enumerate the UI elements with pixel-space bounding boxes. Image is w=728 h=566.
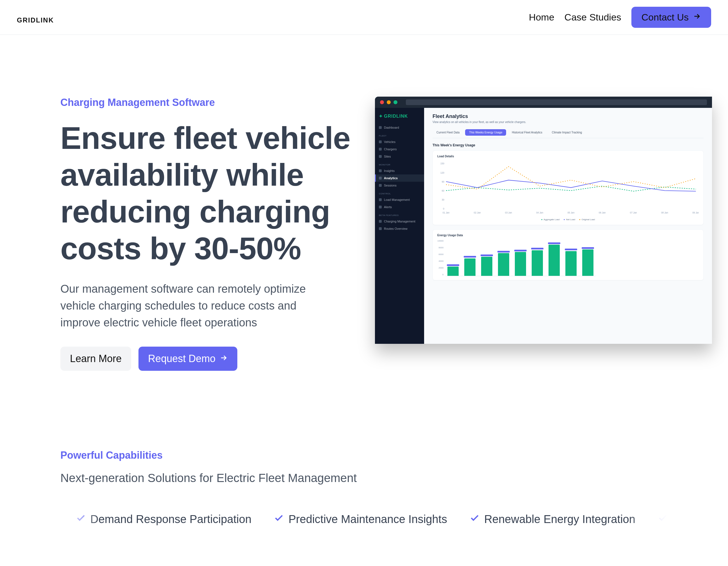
contact-us-label: Contact Us	[641, 12, 689, 23]
legend-net: Net Load	[564, 218, 575, 221]
sidebar-section-beta: BETA FEATURES	[375, 211, 424, 218]
capabilities-section: Powerful Capabilities Next-generation So…	[0, 371, 728, 554]
ticker-item: Deman	[658, 513, 668, 526]
svg-text:150: 150	[440, 162, 444, 165]
request-demo-button[interactable]: Request Demo	[138, 347, 237, 371]
svg-text:05 Jan: 05 Jan	[567, 212, 574, 214]
product-screenshot: ✦ GRIDLINK Dashboard FLEET Vehicles Char…	[375, 97, 728, 344]
load-details-chart: Load Details 030609012015001 Jan02 Jan03…	[433, 151, 704, 225]
hero-subtitle: Our management software can remotely opt…	[60, 280, 336, 331]
tab-historical[interactable]: Historical Fleet Analytics	[508, 129, 546, 136]
ticker-item: Renewable Energy Integration	[470, 513, 635, 526]
section-heading: This Week's Energy Usage	[433, 143, 704, 147]
primary-nav: Home Case Studies Contact Us	[529, 7, 711, 28]
sidebar-item-insights[interactable]: Insights	[375, 167, 424, 174]
bar-chart-svg	[445, 240, 596, 276]
svg-text:60: 60	[442, 190, 445, 192]
page-description: View analytics on all vehicles in your f…	[433, 121, 704, 124]
svg-text:03 Jan: 03 Jan	[505, 212, 512, 214]
chart-title: Energy Usage Data	[437, 234, 699, 237]
sidebar-item-load-management[interactable]: Load Management	[375, 196, 424, 203]
arrow-right-icon	[219, 353, 228, 365]
request-demo-label: Request Demo	[148, 353, 215, 365]
arrow-right-icon	[693, 12, 701, 23]
analytics-tabs: Current Fleet Data This Weeks Energy Usa…	[433, 129, 704, 138]
capabilities-eyebrow: Powerful Capabilities	[60, 449, 668, 461]
check-icon	[470, 513, 480, 526]
hero-eyebrow: Charging Management Software	[60, 97, 364, 108]
sidebar-section-control: CONTROL	[375, 189, 424, 196]
car-icon	[379, 140, 382, 143]
app-logo: ✦ GRIDLINK	[379, 113, 420, 119]
sidebar-item-chargers[interactable]: Chargers	[375, 146, 424, 153]
chart-legend: Aggregate Load Net Load Original Load	[437, 218, 699, 221]
chart-title: Load Details	[437, 155, 699, 158]
grid-icon	[379, 126, 382, 129]
nav-home[interactable]: Home	[529, 12, 554, 23]
chart-icon	[379, 177, 382, 179]
clock-icon	[379, 184, 382, 187]
route-icon	[379, 227, 382, 230]
brand-name: GRIDLINK	[17, 16, 54, 24]
svg-text:07 Jan: 07 Jan	[630, 212, 637, 214]
legend-aggregate: Aggregate Load	[541, 218, 560, 221]
tab-current-fleet[interactable]: Current Fleet Data	[433, 129, 463, 136]
tab-weeks-energy[interactable]: This Weeks Energy Usage	[465, 129, 506, 136]
sidebar-item-charging-management[interactable]: Charging Management	[375, 218, 424, 225]
bar-chart-yaxis: 1000080006000400020000	[437, 240, 445, 276]
tab-climate[interactable]: Climate Impact Tracking	[548, 129, 586, 136]
building-icon	[379, 155, 382, 158]
contact-us-button[interactable]: Contact Us	[631, 7, 711, 28]
app-sidebar: ✦ GRIDLINK Dashboard FLEET Vehicles Char…	[375, 108, 424, 344]
sidebar-section-monitor: MONITOR	[375, 160, 424, 167]
energy-usage-chart: Energy Usage Data 1000080006000400020000	[433, 229, 704, 280]
svg-text:01 Jan: 01 Jan	[443, 212, 450, 214]
page-title: Fleet Analytics	[433, 113, 704, 119]
traffic-light-close-icon	[380, 100, 384, 104]
sidebar-item-alerts[interactable]: Alerts	[375, 203, 424, 211]
svg-text:06 Jan: 06 Jan	[599, 212, 606, 214]
traffic-light-max-icon	[393, 100, 397, 104]
check-icon	[76, 513, 86, 526]
bulb-icon	[379, 169, 382, 172]
sidebar-item-routes[interactable]: Routes Overview	[375, 225, 424, 232]
browser-titlebar	[375, 97, 712, 108]
hero-section: Charging Management Software Ensure flee…	[0, 35, 728, 371]
sidebar-item-sites[interactable]: Sites	[375, 153, 424, 160]
brand-logo[interactable]: GRIDLINK	[17, 11, 54, 24]
sidebar-item-sessions[interactable]: Sessions	[375, 182, 424, 189]
svg-text:09 Jan: 09 Jan	[692, 212, 699, 214]
svg-text:0: 0	[443, 208, 444, 210]
sidebar-item-dashboard[interactable]: Dashboard	[375, 124, 424, 131]
svg-text:04 Jan: 04 Jan	[536, 212, 543, 214]
svg-text:02 Jan: 02 Jan	[474, 212, 481, 214]
check-icon	[274, 513, 284, 526]
gauge-icon	[379, 198, 382, 201]
bell-icon	[379, 206, 382, 208]
traffic-light-min-icon	[387, 100, 391, 104]
site-header: GRIDLINK Home Case Studies Contact Us	[0, 0, 728, 35]
sidebar-item-vehicles[interactable]: Vehicles	[375, 138, 424, 146]
svg-text:08 Jan: 08 Jan	[661, 212, 668, 214]
ticker-item: Predictive Maintenance Insights	[274, 513, 447, 526]
app-main: Fleet Analytics View analytics on all ve…	[424, 108, 712, 344]
hero-title: Ensure fleet vehicle availability while …	[60, 120, 364, 267]
capabilities-ticker: tion Demand Response Participation Predi…	[60, 513, 668, 526]
ticker-item: Demand Response Participation	[76, 513, 252, 526]
check-icon	[658, 513, 668, 526]
svg-text:120: 120	[440, 172, 444, 174]
nav-case-studies[interactable]: Case Studies	[565, 12, 621, 23]
learn-more-button[interactable]: Learn More	[60, 347, 131, 371]
svg-text:30: 30	[442, 199, 445, 201]
bolt-icon	[379, 220, 382, 223]
sidebar-item-analytics[interactable]: Analytics	[375, 174, 424, 182]
svg-text:90: 90	[442, 181, 445, 183]
sidebar-section-fleet: FLEET	[375, 131, 424, 138]
capabilities-subtitle: Next-generation Solutions for Electric F…	[60, 471, 668, 485]
browser-url-bar	[406, 99, 707, 105]
legend-original: Original Load	[579, 218, 595, 221]
line-chart-svg: 030609012015001 Jan02 Jan03 Jan04 Jan05 …	[437, 161, 699, 216]
plug-icon	[379, 148, 382, 151]
